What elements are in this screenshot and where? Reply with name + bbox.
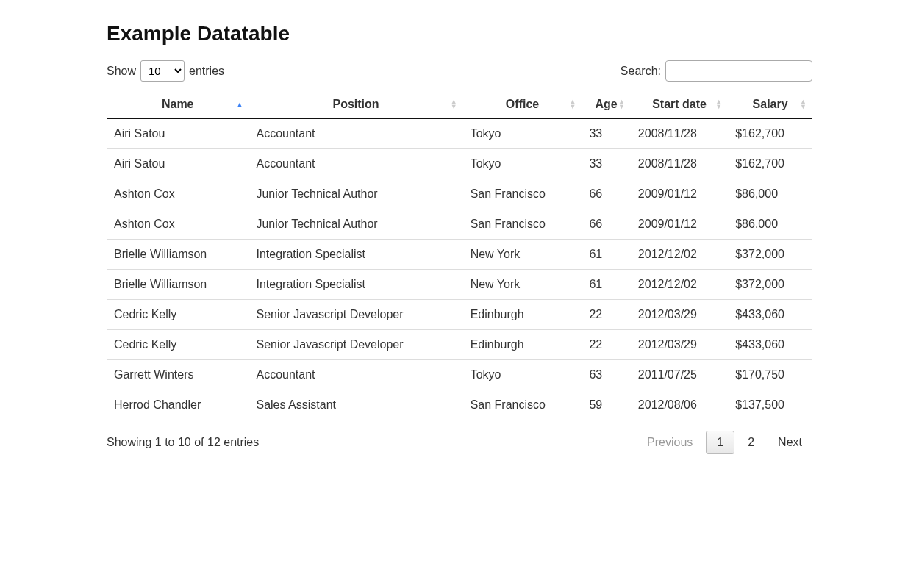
cell-office: Tokyo [463,149,582,179]
cell-salary: $86,000 [728,209,812,240]
cell-name: Cedric Kelly [107,300,248,330]
cell-office: Edinburgh [463,300,582,330]
cell-salary: $372,000 [728,270,812,300]
cell-age: 33 [582,149,630,179]
column-label: Office [506,98,539,110]
cell-name: Airi Satou [107,149,248,179]
cell-name: Ashton Cox [107,209,248,240]
table-row: Brielle WilliamsonIntegration Specialist… [107,240,812,270]
cell-name: Garrett Winters [107,360,248,390]
cell-salary: $433,060 [728,300,812,330]
column-label: Start date [652,98,707,110]
cell-salary: $162,700 [728,119,812,149]
cell-office: Edinburgh [463,330,582,360]
cell-position: Senior Javascript Developer [248,330,462,360]
column-label: Age [595,98,617,110]
cell-age: 63 [582,360,630,390]
cell-age: 66 [582,179,630,209]
table-row: Herrod ChandlerSales AssistantSan Franci… [107,390,812,420]
cell-age: 59 [582,390,630,420]
cell-start_date: 2012/12/02 [631,270,728,300]
table-row: Cedric KellySenior Javascript DeveloperE… [107,300,812,330]
entries-label: entries [189,65,224,78]
cell-office: Tokyo [463,360,582,390]
cell-position: Senior Javascript Developer [248,300,462,330]
cell-office: San Francisco [463,209,582,240]
cell-start_date: 2012/12/02 [631,240,728,270]
cell-name: Brielle Williamson [107,270,248,300]
sort-icon: ▲▼ [800,99,807,110]
sort-icon: ▲ [237,102,243,107]
cell-salary: $162,700 [728,149,812,179]
cell-start_date: 2009/01/12 [631,209,728,240]
search-control: Search: [621,60,812,82]
cell-start_date: 2008/11/28 [631,119,728,149]
previous-button: Previous [637,431,703,453]
sort-icon: ▲▼ [715,99,722,110]
cell-name: Airi Satou [107,119,248,149]
sort-icon: ▲▼ [618,99,625,110]
cell-office: New York [463,270,582,300]
cell-age: 22 [582,330,630,360]
cell-salary: $137,500 [728,390,812,420]
column-label: Salary [753,98,788,110]
table-row: Ashton CoxJunior Technical AuthorSan Fra… [107,179,812,209]
cell-name: Brielle Williamson [107,240,248,270]
cell-position: Junior Technical Author [248,209,462,240]
cell-age: 66 [582,209,630,240]
sort-icon: ▲▼ [451,99,457,110]
cell-name: Cedric Kelly [107,330,248,360]
cell-position: Integration Specialist [248,240,462,270]
cell-age: 33 [582,119,630,149]
show-label: Show [107,65,136,78]
column-header-position[interactable]: Position▲▼ [248,90,462,119]
cell-position: Sales Assistant [248,390,462,420]
pagination: Previous12Next [637,431,812,454]
cell-office: Tokyo [463,119,582,149]
cell-position: Junior Technical Author [248,179,462,209]
sort-icon: ▲▼ [569,99,576,110]
column-label: Position [332,98,379,110]
cell-start_date: 2011/07/25 [631,360,728,390]
page-title: Example Datatable [107,22,812,46]
cell-start_date: 2012/08/06 [631,390,728,420]
cell-start_date: 2012/03/29 [631,330,728,360]
page-button-2[interactable]: 2 [737,431,765,453]
cell-position: Accountant [248,149,462,179]
table-row: Ashton CoxJunior Technical AuthorSan Fra… [107,209,812,240]
cell-office: San Francisco [463,390,582,420]
cell-age: 61 [582,240,630,270]
length-control: Show 102550100 entries [107,60,224,82]
table-row: Airi SatouAccountantTokyo332008/11/28$16… [107,149,812,179]
cell-age: 22 [582,300,630,330]
table-info: Showing 1 to 10 of 12 entries [107,436,259,449]
column-header-name[interactable]: Name▲ [107,90,248,119]
cell-age: 61 [582,270,630,300]
page-length-select[interactable]: 102550100 [140,60,185,82]
cell-office: New York [463,240,582,270]
cell-start_date: 2012/03/29 [631,300,728,330]
column-header-age[interactable]: Age▲▼ [582,90,630,119]
cell-name: Herrod Chandler [107,390,248,420]
cell-position: Accountant [248,119,462,149]
cell-start_date: 2009/01/12 [631,179,728,209]
cell-name: Ashton Cox [107,179,248,209]
data-table: Name▲Position▲▼Office▲▼Age▲▼Start date▲▼… [107,90,812,420]
column-label: Name [162,98,194,110]
page-button-1[interactable]: 1 [706,431,734,454]
search-label: Search: [621,65,661,78]
cell-position: Accountant [248,360,462,390]
next-button[interactable]: Next [768,431,812,453]
cell-salary: $372,000 [728,240,812,270]
table-row: Brielle WilliamsonIntegration Specialist… [107,270,812,300]
cell-salary: $433,060 [728,330,812,360]
column-header-office[interactable]: Office▲▼ [463,90,582,119]
cell-start_date: 2008/11/28 [631,149,728,179]
cell-position: Integration Specialist [248,270,462,300]
search-input[interactable] [665,60,812,82]
cell-salary: $86,000 [728,179,812,209]
table-row: Garrett WintersAccountantTokyo632011/07/… [107,360,812,390]
column-header-salary[interactable]: Salary▲▼ [728,90,812,119]
cell-salary: $170,750 [728,360,812,390]
column-header-start-date[interactable]: Start date▲▼ [631,90,728,119]
